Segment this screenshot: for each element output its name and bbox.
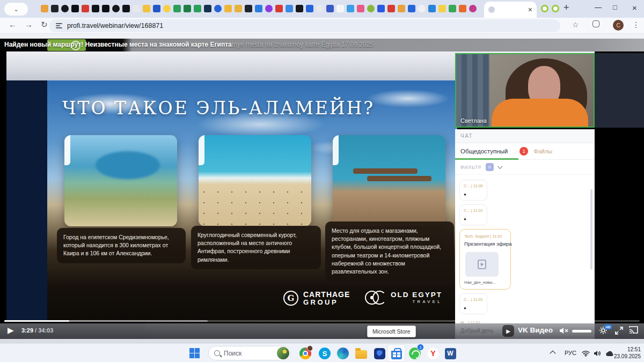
volume-slider[interactable]: [572, 330, 591, 333]
browser-tab-favicon[interactable]: [102, 5, 109, 12]
browser-tab-favicon[interactable]: [112, 5, 120, 12]
chat-message[interactable]: С... | 11:01 ●: [459, 204, 487, 225]
fullscreen-icon[interactable]: [615, 327, 623, 337]
browser-tab-favicon[interactable]: [296, 5, 303, 12]
taskbar-explorer[interactable]: [354, 346, 368, 360]
browser-tab-favicon[interactable]: [367, 5, 375, 12]
browser-tab-favicon[interactable]: [51, 5, 58, 12]
browser-tab-favicon[interactable]: [71, 5, 79, 12]
tab-search-button[interactable]: ⌄: [4, 3, 28, 16]
taskbar-whatsapp[interactable]: 1: [408, 346, 422, 360]
taskbar-store[interactable]: [390, 346, 404, 360]
taskbar-yandex[interactable]: Y: [426, 346, 440, 360]
chat-scrollbar[interactable]: [590, 189, 592, 270]
site-info-icon[interactable]: [56, 23, 62, 28]
taskbar-search[interactable]: Поиск: [208, 346, 291, 360]
video-player[interactable]: ЧТО ТАКОЕ ЭЛЬ-АЛАМЕЙН? Город на египетск…: [0, 51, 644, 339]
browser-tab-favicon[interactable]: [347, 5, 354, 12]
browser-tab-favicon[interactable]: [377, 5, 385, 12]
tab-public-chat[interactable]: Общедоступный: [460, 148, 508, 154]
browser-tab-favicon[interactable]: [306, 5, 313, 12]
chat-message[interactable]: С... | 11:00 ●: [459, 180, 487, 201]
window-close-button[interactable]: ×: [632, 3, 637, 12]
browser-tab-favicon[interactable]: [541, 5, 548, 12]
browser-tab-favicon[interactable]: [552, 5, 559, 12]
browser-tab-favicon[interactable]: [459, 5, 466, 12]
browser-tab-favicon[interactable]: [275, 5, 283, 12]
browser-tab-favicon[interactable]: [143, 5, 150, 12]
speaker-webcam: Светлана: [455, 53, 595, 128]
vk-video-logo-icon[interactable]: ▶: [502, 325, 514, 337]
profile-avatar[interactable]: C: [613, 20, 624, 31]
browser-tab-favicon[interactable]: [398, 5, 405, 12]
taskbar-chrome[interactable]: [298, 346, 312, 360]
language-indicator[interactable]: РУС: [565, 350, 576, 356]
browser-tab-favicon[interactable]: [408, 5, 415, 12]
browser-tab-favicon[interactable]: [61, 5, 69, 12]
vk-video-label[interactable]: VK Видео: [518, 326, 553, 334]
chat-message-tech-support[interactable]: Tech. Support | 11:01 Презентация эфира …: [459, 229, 511, 290]
browser-tab-favicon[interactable]: [163, 5, 171, 12]
browser-tab-favicon[interactable]: [214, 5, 222, 12]
play-button[interactable]: ▶: [8, 326, 14, 335]
start-button[interactable]: [188, 346, 201, 360]
browser-tab-favicon[interactable]: [82, 5, 89, 12]
taskbar-skype[interactable]: S: [318, 346, 332, 360]
bookmark-star-icon[interactable]: ☆: [572, 20, 579, 29]
tray-expand-icon[interactable]: [550, 350, 555, 356]
browser-tab-favicon[interactable]: [173, 5, 181, 12]
browser-tab-favicon[interactable]: [336, 5, 344, 12]
browser-tab-favicon[interactable]: [235, 5, 242, 12]
file-attachment[interactable]: [465, 252, 499, 277]
active-tab[interactable]: ×: [484, 2, 537, 18]
browser-tab-favicon[interactable]: [428, 5, 436, 12]
cast-icon[interactable]: [629, 326, 638, 336]
reload-button[interactable]: ↻: [41, 20, 48, 29]
wifi-icon[interactable]: [582, 349, 590, 359]
browser-tab-favicon[interactable]: [387, 5, 395, 12]
browser-tab-favicon[interactable]: [357, 5, 364, 12]
browser-tab-favicon[interactable]: [224, 5, 232, 12]
browser-tab-favicon[interactable]: [286, 5, 293, 12]
chevron-down-icon[interactable]: [497, 164, 503, 169]
browser-tab-favicon[interactable]: [245, 5, 252, 12]
seek-bar[interactable]: [4, 320, 640, 322]
browser-tab-favicon[interactable]: [92, 5, 99, 12]
filter-count-badge: 0: [486, 163, 494, 171]
back-button[interactable]: ←: [9, 20, 17, 29]
browser-tab-favicon[interactable]: [41, 5, 48, 12]
browser-tab-favicon[interactable]: [153, 5, 160, 12]
taskbar-edge[interactable]: [336, 346, 350, 360]
chat-message[interactable]: С... | 11:01 ●: [459, 293, 487, 314]
browser-tab-favicon[interactable]: [449, 5, 456, 12]
new-tab-button[interactable]: +: [564, 2, 569, 13]
taskbar-word[interactable]: W: [443, 346, 457, 360]
tab-files[interactable]: Файлы: [533, 148, 552, 154]
browser-tab-favicon[interactable]: [418, 5, 426, 12]
search-daily-image[interactable]: [277, 347, 289, 359]
browser-tab-favicon[interactable]: [326, 5, 334, 12]
browser-tab-favicon[interactable]: [255, 5, 262, 12]
browser-tab-favicon[interactable]: [438, 5, 446, 12]
browser-tab-favicon[interactable]: [122, 5, 130, 12]
window-maximize-button[interactable]: □: [613, 3, 617, 11]
chat-filter-row[interactable]: ФИЛЬТР 0: [455, 160, 595, 175]
desktop-strip: [0, 339, 644, 343]
browser-tab-favicon[interactable]: [316, 5, 324, 12]
address-bar[interactable]: profi.travel/webinar/view/168871: [49, 19, 560, 32]
browser-tab-favicon[interactable]: [204, 5, 211, 12]
extensions-icon[interactable]: [592, 20, 599, 27]
browser-menu-icon[interactable]: ⋮: [632, 20, 640, 29]
browser-tab-favicon[interactable]: [265, 5, 273, 12]
browser-tab-favicon[interactable]: [184, 5, 191, 12]
speaker-icon[interactable]: [594, 349, 601, 359]
browser-tab-favicon[interactable]: [194, 5, 201, 12]
browser-tab-favicon[interactable]: [469, 5, 477, 12]
tab-close-icon[interactable]: ×: [528, 5, 532, 14]
window-minimize-button[interactable]: —: [595, 3, 602, 11]
taskbar-clock[interactable]: 12:51 23.09.2025: [602, 346, 641, 360]
browser-tab-favicon[interactable]: [133, 5, 140, 12]
taskbar-defender[interactable]: [372, 346, 386, 360]
forward-button[interactable]: →: [25, 20, 33, 29]
mute-icon[interactable]: [559, 327, 569, 336]
